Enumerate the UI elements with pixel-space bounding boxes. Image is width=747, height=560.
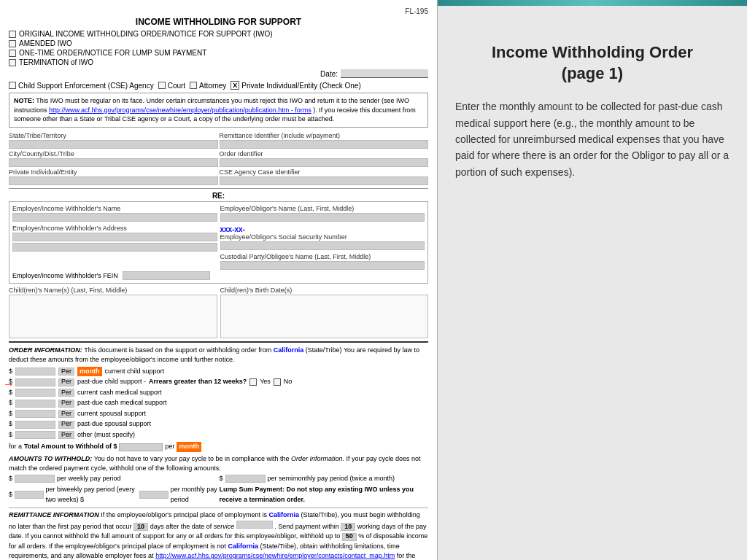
state-input[interactable]	[9, 140, 218, 149]
ssn-input[interactable]	[220, 241, 425, 250]
amount-input-4[interactable]	[15, 410, 55, 418]
private-input[interactable]	[9, 176, 218, 185]
withhold-label-0r: per semimonthly pay period (twice a mont…	[268, 474, 395, 484]
checkbox-icon	[9, 50, 16, 57]
main-title: INCOME WITHHOLDING FOR SUPPORT	[9, 17, 428, 27]
custodial-label: Custodial Party/Obligee's Name (Last, Fi…	[220, 253, 425, 260]
employer-name-label: Employer/Income Withholder's Name	[12, 205, 217, 212]
withhold-input-0[interactable]	[15, 475, 55, 483]
total-row: for a Total Amount to Withhold of $ per …	[9, 442, 428, 452]
cse-case-input[interactable]	[220, 176, 429, 185]
agency-private-label: Private Individual/Entity (Check One)	[241, 82, 360, 90]
order-info-bold: ORDER INFORMATION:	[9, 346, 82, 354]
total-bold-label: Total Amount to Withhold of $	[24, 442, 117, 452]
remittance-service-field[interactable]	[236, 521, 273, 529]
support-rows-container: → $ Per month current child support $ Pe…	[9, 367, 428, 441]
withhold-input-0r[interactable]	[225, 475, 266, 483]
per-label-3: Per	[58, 400, 74, 408]
agency-private[interactable]: X Private Individual/Entity (Check One)	[231, 81, 360, 90]
withhold-input-1b[interactable]	[139, 491, 169, 499]
remittance-california: California	[269, 511, 300, 518]
remittance-california2: California	[228, 542, 258, 550]
children-dob-input[interactable]	[220, 295, 429, 338]
checkbox-amended[interactable]: AMENDED IWO	[9, 39, 428, 47]
checkbox-onetime[interactable]: ONE-TIME ORDER/NOTICE FOR LUMP SUM PAYME…	[9, 49, 428, 57]
employer-grid: Employer/Income Withholder's Name Employ…	[12, 205, 425, 270]
dollar-sign-w0r: $	[220, 474, 223, 484]
remittance-10a: 10	[133, 523, 148, 531]
children-names-group: Child(ren)'s Name(s) (Last, First, Middl…	[9, 287, 217, 338]
support-label-2: current cash medical support	[77, 388, 162, 398]
cse-case-field-group: CSE Agency Case Identifier	[220, 168, 429, 185]
date-label: Date:	[320, 70, 338, 78]
withhold-label-1r: per monthly pay period	[171, 485, 218, 505]
checkbox-label-original: ORIGINAL INCOME WITHHOLDING ORDER/NOTICE…	[19, 30, 273, 38]
amount-input-0[interactable]	[15, 368, 55, 376]
amount-input-1[interactable]	[15, 378, 55, 386]
order-california: California	[274, 346, 304, 354]
employer-addr-input2[interactable]	[12, 243, 217, 252]
info-body: Enter the monthly amount to be collected…	[455, 98, 729, 180]
remittance-text3: days after the date of	[150, 523, 212, 530]
employer-addr-input1[interactable]	[12, 233, 217, 241]
arrow-icon: →	[3, 378, 15, 390]
support-row-3: $ Per past-due cash medical support	[9, 398, 292, 408]
total-amount-input[interactable]	[119, 443, 163, 451]
order-info-section: ORDER INFORMATION: This document is base…	[9, 341, 428, 505]
note-link[interactable]: http://www.acf.hhs.gov/programs/cse/newh…	[49, 106, 311, 114]
remittance-bold: REMITTANCE INFORMATION	[9, 511, 99, 518]
arrears-no-checkbox[interactable]	[274, 378, 281, 386]
amount-input-5[interactable]	[15, 421, 55, 429]
agency-attorney[interactable]: Attorney	[190, 82, 226, 90]
checkbox-original[interactable]: ORIGINAL INCOME WITHHOLDING ORDER/NOTICE…	[9, 30, 428, 38]
employer-left: Employer/Income Withholder's Name Employ…	[12, 205, 217, 270]
remittance-link[interactable]: http://www.acf.hhs.gov/programs/cse/newh…	[155, 552, 395, 559]
employer-name-input[interactable]	[12, 213, 217, 222]
dollar-sign-3: $	[9, 398, 12, 408]
fein-input[interactable]	[123, 271, 210, 280]
agency-row: Child Support Enforcement (CSE) Agency C…	[9, 81, 428, 90]
note-label: NOTE:	[14, 97, 34, 104]
children-names-input[interactable]	[9, 295, 217, 338]
month-label-0: month	[77, 367, 102, 377]
support-row-0: $ Per month current child support	[9, 367, 292, 377]
withhold-label-1: per biweekly pay period (every two weeks…	[46, 485, 137, 505]
employee-right: Employee/Obligor's Name (Last, First, Mi…	[220, 205, 425, 270]
dollar-sign-4: $	[9, 409, 12, 419]
per-label-5: Per	[58, 421, 74, 429]
arrears-no-label: No	[284, 377, 293, 387]
checkbox-termination[interactable]: TERMINATION of IWO	[9, 58, 428, 66]
lump-sum-label: Lump Sum Payment: Do not stop any existi…	[220, 485, 429, 505]
support-row-1: $ Per past-due child support - Arrears g…	[9, 377, 292, 387]
agency-court[interactable]: Court	[158, 82, 185, 90]
order-state-tribe: (State/Tribe)	[306, 346, 342, 354]
cse-case-label: CSE Agency Case Identifier	[220, 168, 429, 176]
remittance-id-input[interactable]	[220, 140, 429, 149]
top-fields: State/Tribe/Territory Remittance Identif…	[9, 132, 428, 185]
agency-attorney-label: Attorney	[199, 82, 226, 90]
per-label-4: Per	[58, 410, 74, 418]
city-input[interactable]	[9, 158, 218, 167]
amounts-text: You do not have to vary your pay cycle t…	[94, 455, 290, 462]
city-field-group: City/County/Dist./Tribe	[9, 150, 218, 167]
support-label-3: past-due cash medical support	[77, 398, 167, 408]
agency-attorney-checkbox	[190, 82, 197, 89]
amount-input-6[interactable]	[15, 431, 55, 439]
arrears-yes-label: Yes	[260, 377, 271, 387]
date-field[interactable]	[341, 69, 428, 78]
fein-label: Employer/Income Withholder's FEIN	[12, 272, 118, 279]
withhold-row-2: Lump Sum Payment: Do not stop any existi…	[220, 485, 429, 505]
remittance-service: service	[214, 523, 235, 530]
custodial-input[interactable]	[220, 261, 425, 270]
dollar-sign-0: $	[9, 367, 12, 377]
remittance-10b: 10	[341, 523, 355, 531]
agency-cse[interactable]: Child Support Enforcement (CSE) Agency	[9, 82, 154, 90]
withhold-input-1[interactable]	[15, 491, 44, 499]
order-id-input[interactable]	[220, 158, 429, 167]
arrears-yes-checkbox[interactable]	[249, 378, 257, 386]
support-row-4: $ Per current spousal support	[9, 409, 292, 419]
amount-input-2[interactable]	[15, 389, 55, 397]
employee-name-input[interactable]	[220, 213, 425, 222]
total-per-label: per	[165, 442, 174, 452]
amount-input-3[interactable]	[15, 400, 55, 408]
